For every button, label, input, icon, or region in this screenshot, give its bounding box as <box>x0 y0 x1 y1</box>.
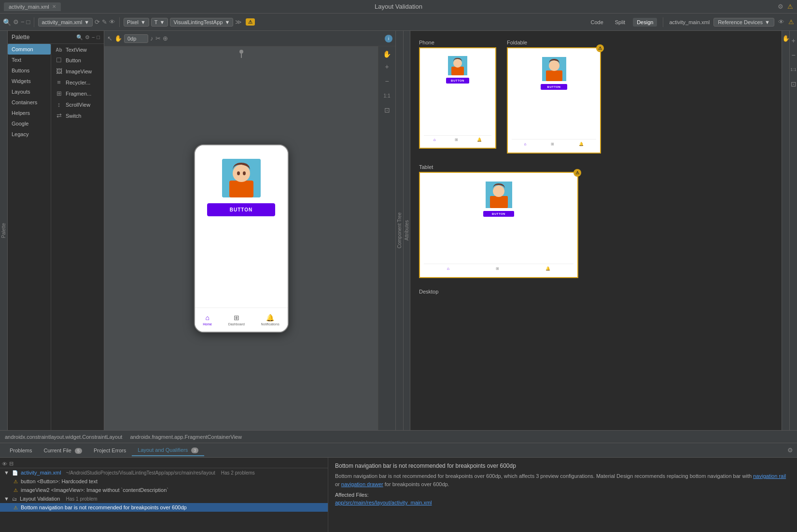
problem-content-desc[interactable]: ⚠ imageView2 <ImageView>: Image without … <box>0 486 328 494</box>
palette-item-imageview[interactable]: 🖼 ImageView <box>51 66 104 77</box>
palette-item-fragment[interactable]: ⊞ Fragmen... <box>51 88 104 99</box>
ref-devices-dropdown[interactable]: Reference Devices ▼ <box>713 18 774 27</box>
nav-notifications[interactable]: 🔔 Notifications <box>261 314 280 326</box>
canvas-tool1[interactable]: ♪ <box>150 35 154 42</box>
layout-validation-group[interactable]: ▼ 🗂 Layout Validation Has 1 problem <box>0 494 328 503</box>
warning-icon-1: ⚠ <box>14 479 18 484</box>
palette-gear-icon[interactable]: ⚙ <box>85 34 90 41</box>
cat-legacy[interactable]: Legacy <box>8 129 51 140</box>
canvas-dp-input[interactable]: 0dp <box>124 34 148 43</box>
close-tab-icon[interactable]: ✕ <box>52 4 56 9</box>
expand-icon[interactable]: □ <box>27 18 30 26</box>
text-size-dropdown[interactable]: T ▼ <box>151 18 168 27</box>
lv-file-tab[interactable]: activity_main.xml <box>669 19 710 25</box>
canvas-pan-icon[interactable]: ✋ <box>114 35 122 42</box>
settings-bottom-icon[interactable]: ⚙ <box>787 447 793 454</box>
problem-file-row[interactable]: ▼ 📄 activity_main.xml ~/AndroidStudioPro… <box>0 468 328 477</box>
palette-item-recyclerview[interactable]: ≡ Recycler... <box>51 77 104 88</box>
palette-item-button[interactable]: ☐ Button <box>51 55 104 66</box>
attributes-strip: Attributes <box>403 31 410 430</box>
cat-text[interactable]: Text <box>8 55 51 65</box>
pixel-dropdown[interactable]: Pixel ▼ <box>124 18 149 27</box>
app-dropdown[interactable]: VisualLintingTestApp ▼ <box>170 18 233 27</box>
fit-screen-btn[interactable]: ⊡ <box>381 104 393 116</box>
design-btn[interactable]: Design <box>633 18 657 27</box>
toolbar-icon2[interactable]: ✎ <box>102 18 107 26</box>
avatar-image <box>222 159 261 197</box>
toolbar-icon1[interactable]: ⟳ <box>95 18 100 26</box>
palette-item-textview[interactable]: Ab TextView <box>51 45 104 55</box>
cat-common[interactable]: Common <box>8 44 51 55</box>
file-icon: 📄 <box>12 470 18 476</box>
textview-icon: Ab <box>55 47 63 53</box>
palette-strip: Palette <box>0 31 8 430</box>
preview-icon[interactable]: 👁 <box>778 18 784 26</box>
lv-zoom-in[interactable]: + <box>788 35 797 46</box>
canvas-select-icon[interactable]: ↖ <box>107 35 112 42</box>
svg-rect-14 <box>490 196 508 208</box>
nav-dashboard[interactable]: ⊞ Dashboard <box>228 314 245 326</box>
palette-item-switch[interactable]: ⇄ Switch <box>51 110 104 121</box>
problem-hardcoded-text[interactable]: ⚠ button <Button>: Hardcoded text <box>0 477 328 486</box>
palette-search-icon[interactable]: 🔍 <box>76 34 83 41</box>
zoom-in-btn[interactable]: + <box>381 61 393 72</box>
detail-description: Bottom navigation bar is not recommended… <box>335 472 790 488</box>
nav-drawer-link[interactable]: navigation drawer <box>341 481 383 487</box>
tablet-warning: ⚠ <box>573 169 581 177</box>
zoom-out-btn[interactable]: − <box>381 75 393 87</box>
hand-tool-icon[interactable]: ✋ <box>383 50 391 58</box>
palette-header: Palette 🔍 ⚙ − □ <box>8 31 104 44</box>
cat-containers[interactable]: Containers <box>8 97 51 108</box>
overflow-icon[interactable]: ≫ <box>235 18 242 26</box>
mini-btn-phone: BUTTON <box>446 78 469 84</box>
file-tab[interactable]: activity_main.xml ✕ <box>4 2 61 11</box>
tab-project-errors[interactable]: Project Errors <box>88 445 132 456</box>
device-tablet: Tablet ⚠ B <box>419 164 578 278</box>
palette-minus-icon[interactable]: − <box>92 34 95 41</box>
minus-icon[interactable]: − <box>21 18 25 26</box>
cat-helpers[interactable]: Helpers <box>8 108 51 118</box>
tab-problems[interactable]: Problems <box>4 445 38 456</box>
lv-zoom-reset[interactable]: 1:1 <box>788 64 797 75</box>
problem-bottom-nav[interactable]: ⚠ Bottom navigation bar is not recommend… <box>0 503 328 512</box>
gear-icon[interactable]: ⚙ <box>13 18 19 26</box>
settings-icon[interactable]: ⚙ <box>778 3 783 10</box>
tab-current-file[interactable]: Current File 5 <box>38 445 88 456</box>
svg-point-15 <box>493 185 504 197</box>
search-icon[interactable]: 🔍 <box>3 18 11 26</box>
mini-dashboard-icon: ⊞ <box>455 138 458 142</box>
split-btn[interactable]: Split <box>611 18 629 27</box>
nav-rail-link[interactable]: navigation rail <box>753 473 786 479</box>
collapse-icon[interactable]: ⊟ <box>9 461 14 467</box>
lv-fit[interactable]: ⊡ <box>788 78 797 90</box>
cat-google[interactable]: Google <box>8 118 51 129</box>
zoom-reset-btn[interactable]: 1:1 <box>381 90 393 101</box>
cat-layouts[interactable]: Layouts <box>8 86 51 97</box>
filename-dropdown[interactable]: activity_main.xml ▼ <box>38 18 93 27</box>
eye-icon-problems[interactable]: 👁 <box>2 461 7 467</box>
nav-home[interactable]: ⌂ Home <box>203 314 212 326</box>
svg-point-12 <box>549 60 559 71</box>
palette-item-scrollview[interactable]: ↕ ScrollView <box>51 99 104 110</box>
layout-validation-title: Layout Validation <box>375 3 422 10</box>
code-btn[interactable]: Code <box>587 18 607 27</box>
phone-button[interactable]: BUTTON <box>207 203 275 216</box>
pin-icon[interactable] <box>239 49 244 59</box>
mini-notif-tablet-icon: 🔔 <box>545 266 550 271</box>
detail-panel: Bottom navigation bar is not recommended… <box>328 458 797 532</box>
cat-buttons[interactable]: Buttons <box>8 65 51 76</box>
notifications-icon: 🔔 <box>266 314 274 322</box>
attributes-label: Attributes <box>404 220 409 240</box>
palette-expand-icon[interactable]: □ <box>97 34 100 41</box>
canvas-tool2[interactable]: ✂ <box>155 35 161 42</box>
affected-file-link[interactable]: app/src/main/res/layout/activity_main.xm… <box>335 500 790 505</box>
tab-layout-qualifiers[interactable]: Layout and Qualifiers 3 <box>132 445 204 456</box>
switch-icon: ⇄ <box>55 112 63 119</box>
cat-widgets[interactable]: Widgets <box>8 76 51 86</box>
mini-avatar-phone <box>448 56 467 75</box>
toolbar-icon3[interactable]: 👁 <box>109 18 115 26</box>
info-badge[interactable]: i <box>385 35 392 42</box>
mini-avatar-foldable <box>542 57 566 81</box>
lv-zoom-out[interactable]: − <box>788 49 797 61</box>
canvas-tool3[interactable]: ⊕ <box>163 35 168 42</box>
